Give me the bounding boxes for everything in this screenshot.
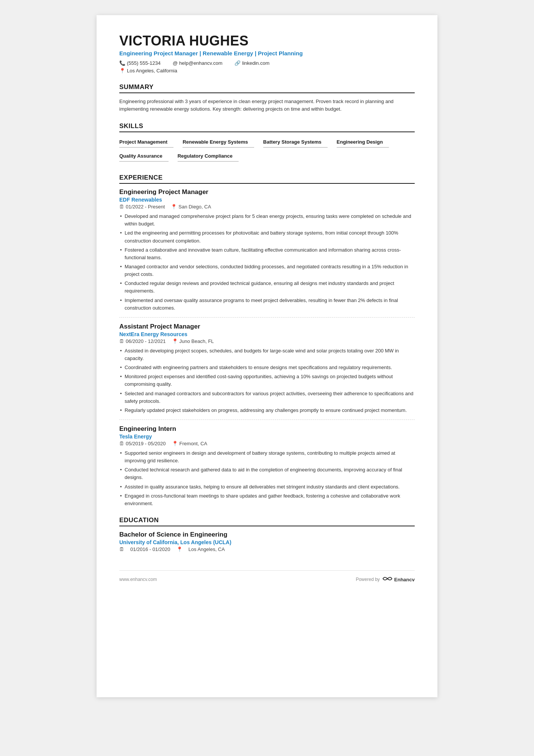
edu-location: Los Angeles, CA bbox=[189, 546, 225, 552]
job-location-item: 📍San Diego, CA bbox=[171, 204, 211, 210]
job-title: Engineering Intern bbox=[119, 425, 415, 433]
contact-row-1: 📞 (555) 555-1234 @ help@enhancv.com 🔗 li… bbox=[119, 60, 415, 67]
job-company: NextEra Energy Resources bbox=[119, 331, 415, 337]
list-item: Developed and managed comprehensive proj… bbox=[119, 213, 415, 228]
email-icon: @ bbox=[173, 60, 178, 66]
education-block: Bachelor of Science in EngineeringUniver… bbox=[119, 531, 415, 552]
education-section: EDUCATION Bachelor of Science in Enginee… bbox=[119, 517, 415, 552]
experience-block: Engineering InternTesla Energy🗓05/2019 -… bbox=[119, 425, 415, 507]
resume-container: VICTORIA HUGHES Engineering Project Mana… bbox=[97, 15, 437, 697]
skill-item: Battery Storage Systems bbox=[263, 137, 328, 148]
edu-dates: 01/2016 - 01/2020 bbox=[130, 546, 170, 552]
job-company: Tesla Energy bbox=[119, 434, 415, 440]
powered-by-label: Powered by bbox=[356, 577, 379, 582]
job-title: Assistant Project Manager bbox=[119, 323, 415, 330]
experience-section: EXPERIENCE Engineering Project ManagerED… bbox=[119, 174, 415, 507]
location-pin-icon: 📍 bbox=[171, 204, 177, 210]
experience-section-title: EXPERIENCE bbox=[119, 174, 415, 184]
summary-text: Engineering professional with 3 years of… bbox=[119, 98, 415, 114]
summary-section-title: SUMMARY bbox=[119, 83, 415, 93]
enhancv-logo: Enhancv bbox=[382, 575, 415, 584]
list-item: Assisted in developing project scopes, s… bbox=[119, 347, 415, 362]
job-dates-item: 🗓06/2020 - 12/2021 bbox=[119, 338, 166, 344]
list-item: Conducted technical research and gathere… bbox=[119, 466, 415, 481]
job-location: Juno Beach, FL bbox=[180, 338, 214, 344]
phone-icon: 📞 bbox=[119, 60, 125, 66]
job-dates-item: 🗓01/2022 - Present bbox=[119, 204, 165, 210]
skill-item: Renewable Energy Systems bbox=[183, 137, 254, 148]
exp-divider bbox=[119, 419, 415, 420]
job-meta: 🗓05/2019 - 05/2020📍Fremont, CA bbox=[119, 441, 415, 446]
job-bullets: Assisted in developing project scopes, s… bbox=[119, 347, 415, 414]
skill-item: Project Management bbox=[119, 137, 173, 148]
skill-item: Regulatory Compliance bbox=[178, 151, 239, 162]
job-location: Fremont, CA bbox=[180, 441, 208, 446]
list-item: Led the engineering and permitting proce… bbox=[119, 229, 415, 244]
edu-meta: 🗓01/2016 - 01/2020📍Los Angeles, CA bbox=[119, 546, 415, 552]
skill-item: Engineering Design bbox=[337, 137, 389, 148]
job-dates-item: 🗓05/2019 - 05/2020 bbox=[119, 441, 166, 446]
linkedin-contact: 🔗 linkedin.com bbox=[234, 60, 269, 66]
skills-section: SKILLS Project ManagementRenewable Energ… bbox=[119, 122, 415, 165]
skill-item: Quality Assurance bbox=[119, 151, 169, 162]
email-contact: @ help@enhancv.com bbox=[173, 60, 222, 66]
list-item: Conducted regular design reviews and pro… bbox=[119, 280, 415, 295]
list-item: Engaged in cross-functional team meeting… bbox=[119, 492, 415, 507]
list-item: Implemented and oversaw quality assuranc… bbox=[119, 297, 415, 312]
job-location-item: 📍Fremont, CA bbox=[172, 441, 208, 446]
footer-powered: Powered by Enhancv bbox=[356, 575, 415, 584]
brand-name: Enhancv bbox=[394, 577, 415, 582]
list-item: Managed contractor and vendor selections… bbox=[119, 263, 415, 278]
linkedin-icon: 🔗 bbox=[234, 60, 240, 66]
footer: www.enhancv.com Powered by Enhancv bbox=[119, 570, 415, 584]
exp-divider bbox=[119, 317, 415, 318]
skills-grid: Project ManagementRenewable Energy Syste… bbox=[119, 137, 415, 165]
candidate-title: Engineering Project Manager | Renewable … bbox=[119, 50, 415, 56]
footer-website: www.enhancv.com bbox=[119, 577, 157, 582]
education-section-title: EDUCATION bbox=[119, 517, 415, 526]
phone-contact: 📞 (555) 555-1234 bbox=[119, 60, 161, 66]
candidate-name: VICTORIA HUGHES bbox=[119, 33, 415, 49]
edu-degree: Bachelor of Science in Engineering bbox=[119, 531, 415, 538]
summary-section: SUMMARY Engineering professional with 3 … bbox=[119, 83, 415, 114]
location-pin-icon: 📍 bbox=[176, 546, 183, 552]
list-item: Monitored project expenses and identifie… bbox=[119, 373, 415, 388]
edu-institution: University of California, Los Angeles (U… bbox=[119, 539, 415, 545]
location-pin-icon: 📍 bbox=[172, 338, 178, 344]
calendar-icon: 🗓 bbox=[119, 338, 124, 344]
list-item: Assisted in quality assurance tasks, hel… bbox=[119, 483, 415, 491]
contact-row-2: 📍 Los Angeles, California bbox=[119, 68, 415, 74]
job-dates: 01/2022 - Present bbox=[126, 204, 165, 210]
list-item: Coordinated with engineering partners an… bbox=[119, 364, 415, 371]
experience-block: Engineering Project ManagerEDF Renewable… bbox=[119, 188, 415, 312]
job-bullets: Supported senior engineers in design and… bbox=[119, 449, 415, 507]
job-dates: 06/2020 - 12/2021 bbox=[126, 338, 166, 344]
job-location-item: 📍Juno Beach, FL bbox=[172, 338, 214, 344]
location-contact: 📍 Los Angeles, California bbox=[119, 68, 177, 74]
linkedin-url: linkedin.com bbox=[242, 60, 269, 66]
list-item: Supported senior engineers in design and… bbox=[119, 449, 415, 465]
job-meta: 🗓06/2020 - 12/2021📍Juno Beach, FL bbox=[119, 338, 415, 344]
job-company: EDF Renewables bbox=[119, 197, 415, 203]
logo-icon bbox=[382, 575, 393, 584]
location-icon: 📍 bbox=[119, 68, 125, 74]
job-bullets: Developed and managed comprehensive proj… bbox=[119, 213, 415, 312]
job-location: San Diego, CA bbox=[178, 204, 211, 210]
phone-number: (555) 555-1234 bbox=[127, 60, 161, 66]
list-item: Fostered a collaborative and innovative … bbox=[119, 246, 415, 261]
skills-section-title: SKILLS bbox=[119, 122, 415, 132]
job-dates: 05/2019 - 05/2020 bbox=[126, 441, 166, 446]
experience-block: Assistant Project ManagerNextEra Energy … bbox=[119, 323, 415, 414]
location-text: Los Angeles, California bbox=[127, 68, 177, 74]
job-title: Engineering Project Manager bbox=[119, 188, 415, 196]
email-address: help@enhancv.com bbox=[179, 60, 222, 66]
calendar-icon: 🗓 bbox=[119, 441, 124, 446]
job-meta: 🗓01/2022 - Present📍San Diego, CA bbox=[119, 204, 415, 210]
location-pin-icon: 📍 bbox=[172, 441, 178, 446]
list-item: Selected and managed contractors and sub… bbox=[119, 390, 415, 405]
calendar-icon: 🗓 bbox=[119, 204, 124, 210]
calendar-icon: 🗓 bbox=[119, 546, 124, 552]
list-item: Regularly updated project stakeholders o… bbox=[119, 407, 415, 414]
header: VICTORIA HUGHES Engineering Project Mana… bbox=[119, 33, 415, 74]
